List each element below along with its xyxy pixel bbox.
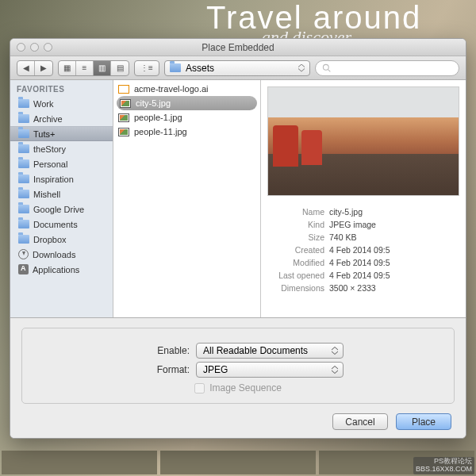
search-field[interactable] <box>315 60 459 76</box>
sidebar-item-work[interactable]: Work <box>10 96 113 111</box>
file-row[interactable]: people-11.jpg <box>113 125 260 139</box>
file-metadata: Namecity-5.jpgKindJPEG imageSize740 KBCr… <box>261 202 466 298</box>
options-area: Enable: All Readable Documents Format: J… <box>10 318 466 438</box>
meta-key: Size <box>269 231 329 244</box>
sidebar-item-label: Inspiration <box>33 175 74 184</box>
sidebar-item-label: Mishell <box>33 190 60 199</box>
sidebar-item-tuts-[interactable]: Tuts+ <box>10 126 113 141</box>
toolbar: ◀ ▶ ▦ ≡ ▥ ▤ ⋮≡ Assets <box>10 56 466 80</box>
meta-key: Last opened <box>269 269 329 282</box>
bg-thumbnails <box>0 449 476 476</box>
sidebar-item-label: Personal <box>33 159 67 169</box>
sidebar-item-label: Google Drive <box>33 205 84 214</box>
enable-label: Enable: <box>132 345 190 356</box>
image-sequence-checkbox[interactable]: Image Sequence <box>22 382 454 393</box>
sidebar-item-label: Archive <box>33 114 63 124</box>
meta-key: Dimensions <box>269 282 329 294</box>
svg-line-1 <box>328 70 331 72</box>
list-view-button[interactable]: ≡ <box>76 61 94 75</box>
sidebar-item-label: Dropbox <box>33 235 67 244</box>
file-row[interactable]: acme-travel-logo.ai <box>113 82 260 96</box>
nav-buttons[interactable]: ◀ ▶ <box>17 60 53 76</box>
back-button[interactable]: ◀ <box>17 61 35 75</box>
applications-icon <box>18 264 29 274</box>
sidebar-item-label: Documents <box>33 220 78 229</box>
sidebar-item-applications[interactable]: Applications <box>10 262 113 277</box>
jpg-file-icon <box>118 113 129 122</box>
folder-icon <box>18 190 29 198</box>
meta-value: 740 KB <box>329 231 356 244</box>
sidebar-item-documents[interactable]: Documents <box>10 217 113 232</box>
place-button[interactable]: Place <box>396 413 451 430</box>
folder-icon <box>170 63 181 72</box>
folder-icon <box>18 129 29 138</box>
sidebar-item-google-drive[interactable]: Google Drive <box>10 202 113 217</box>
meta-value: 4 Feb 2014 09:5 <box>329 256 390 269</box>
meta-key: Kind <box>269 218 329 231</box>
preview-image <box>267 86 459 196</box>
place-embedded-dialog: Place Embedded ◀ ▶ ▦ ≡ ▥ ▤ ⋮≡ Assets FAV… <box>10 38 466 439</box>
meta-value: 4 Feb 2014 09:5 <box>329 269 390 282</box>
search-icon <box>322 63 331 72</box>
coverflow-view-button[interactable]: ▤ <box>111 61 129 75</box>
format-popup[interactable]: JPEG <box>196 362 344 378</box>
folder-icon <box>18 175 29 183</box>
svg-point-0 <box>323 64 328 70</box>
file-name: people-11.jpg <box>134 127 187 136</box>
sidebar-item-dropbox[interactable]: Dropbox <box>10 232 113 247</box>
file-row[interactable]: people-1.jpg <box>113 110 260 125</box>
view-mode-buttons[interactable]: ▦ ≡ ▥ ▤ <box>58 60 129 76</box>
download-icon <box>18 249 29 259</box>
file-name: city-5.jpg <box>136 98 171 108</box>
preview-pane: Namecity-5.jpgKindJPEG imageSize740 KBCr… <box>261 80 466 317</box>
file-name: people-1.jpg <box>134 113 182 122</box>
sequence-checkbox-label: Image Sequence <box>209 382 282 393</box>
cancel-button[interactable]: Cancel <box>332 413 388 430</box>
folder-icon <box>18 159 29 168</box>
meta-key: Created <box>269 244 329 256</box>
folder-icon <box>18 99 29 108</box>
meta-value: 4 Feb 2014 09:5 <box>329 244 390 256</box>
icon-view-button[interactable]: ▦ <box>59 61 76 75</box>
sidebar: FAVORITES WorkArchiveTuts+theStoryPerson… <box>10 80 113 317</box>
folder-icon <box>18 205 29 213</box>
folder-icon <box>18 235 29 244</box>
arrange-button[interactable]: ⋮≡ <box>134 60 159 76</box>
jpg-file-icon <box>118 128 129 136</box>
sidebar-item-label: Work <box>33 99 53 109</box>
sidebar-item-label: Applications <box>33 265 79 274</box>
sidebar-item-label: theStory <box>33 144 66 154</box>
meta-value: 3500 × 2333 <box>329 282 376 294</box>
titlebar: Place Embedded <box>10 39 466 56</box>
sidebar-item-mishell[interactable]: Mishell <box>10 186 113 202</box>
sidebar-item-inspiration[interactable]: Inspiration <box>10 171 113 186</box>
meta-value: JPEG image <box>329 218 376 231</box>
sidebar-item-thestory[interactable]: theStory <box>10 141 113 156</box>
watermark: PS教程论坛BBS.16XX8.COM <box>413 457 474 474</box>
file-column: acme-travel-logo.aicity-5.jpgpeople-1.jp… <box>113 80 261 317</box>
path-label: Assets <box>186 63 214 74</box>
sidebar-heading: FAVORITES <box>10 80 113 96</box>
enable-popup[interactable]: All Readable Documents <box>196 343 344 359</box>
folder-icon <box>18 144 29 153</box>
meta-value: city-5.jpg <box>329 205 363 218</box>
ai-file-icon <box>118 85 129 94</box>
format-label: Format: <box>132 364 190 375</box>
folder-icon <box>18 220 29 228</box>
file-row[interactable]: city-5.jpg <box>117 96 257 110</box>
sequence-checkbox-input[interactable] <box>194 383 205 393</box>
jpg-file-icon <box>120 99 131 108</box>
forward-button[interactable]: ▶ <box>35 61 52 75</box>
sidebar-item-label: Tuts+ <box>33 129 55 139</box>
dialog-title: Place Embedded <box>10 42 466 53</box>
sidebar-item-archive[interactable]: Archive <box>10 111 113 126</box>
path-popup[interactable]: Assets <box>164 60 310 76</box>
column-view-button[interactable]: ▥ <box>94 61 111 75</box>
meta-key: Modified <box>269 256 329 269</box>
folder-icon <box>18 114 29 123</box>
meta-key: Name <box>269 205 329 218</box>
sidebar-item-downloads[interactable]: Downloads <box>10 247 113 262</box>
sidebar-item-personal[interactable]: Personal <box>10 156 113 171</box>
file-name: acme-travel-logo.ai <box>134 84 209 94</box>
sidebar-item-label: Downloads <box>33 250 75 259</box>
